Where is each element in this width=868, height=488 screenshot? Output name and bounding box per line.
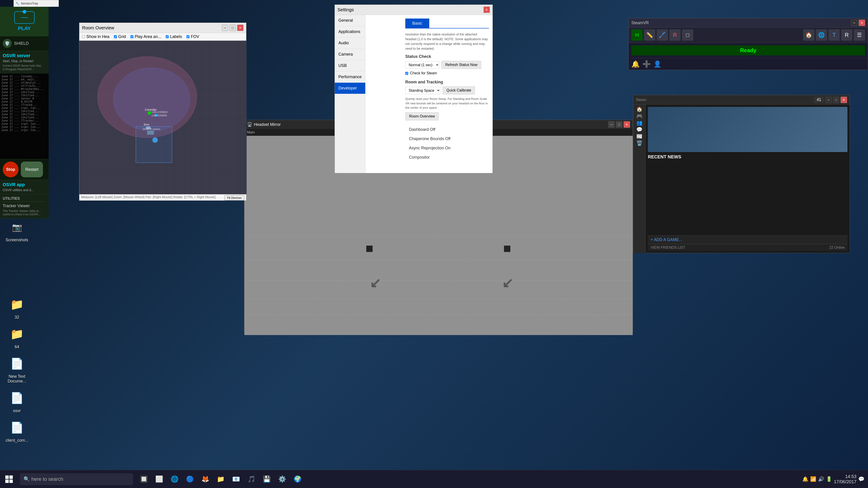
taskbar-cortana[interactable]: 🔲 — [136, 472, 151, 486]
taskbar-task-view[interactable]: ⬜ — [152, 472, 166, 486]
add-game-bar[interactable]: + ADD A GAME... — [648, 235, 847, 244]
chaperone-bounds-item[interactable]: Chaperone Bounds Off — [405, 134, 489, 143]
32-icon[interactable]: 📁 32 — [2, 294, 32, 322]
sidebar-icon-1[interactable]: 🏠 — [636, 106, 643, 112]
tray-icon-battery[interactable]: 🔋 — [826, 476, 832, 482]
settings-close-button[interactable]: ✕ — [484, 6, 490, 13]
status-check-row: Normal (1 sec) Refresh Status Now — [405, 61, 489, 69]
ready-badge: Ready — [631, 45, 865, 55]
steamvr-pen-icon[interactable]: 🖊️ — [657, 29, 668, 41]
stop-button[interactable]: Stop — [3, 162, 19, 177]
room-tracking-desc: Quickly reset your Room Setup. For Stand… — [405, 97, 489, 110]
tray-icon-2[interactable]: 📶 — [810, 476, 816, 482]
steamvr-globe-icon[interactable]: 🌐 — [816, 29, 827, 41]
sidebar-icon-4[interactable]: 💬 — [636, 127, 643, 133]
taskbar-app-2[interactable]: 🎵 — [244, 472, 258, 486]
settings-general[interactable]: General — [335, 15, 365, 26]
notification-icon[interactable]: 💬 — [858, 476, 864, 482]
sidebar-icon-5[interactable]: 📰 — [636, 133, 643, 139]
play-label[interactable]: PLAY — [18, 26, 31, 31]
taskbar-search-box[interactable]: 🔍 here to search — [20, 473, 133, 485]
maximize-button[interactable]: □ — [229, 25, 236, 31]
task-view-icon: ⬜ — [155, 475, 163, 483]
restart-button[interactable]: Restart — [21, 162, 43, 177]
play-area-checkbox[interactable]: Play Area an... — [130, 34, 161, 39]
taskbar-settings[interactable]: ⚙️ — [275, 472, 289, 486]
taskbar-app-1[interactable]: 📧 — [229, 472, 243, 486]
refresh-status-button[interactable]: Refresh Status Now — [441, 61, 481, 69]
hm-minimize[interactable]: ─ — [608, 121, 615, 128]
settings-camera[interactable]: Camera — [335, 49, 365, 60]
settings-audio[interactable]: Audio — [335, 37, 365, 49]
new-text-icon[interactable]: 📄 New Text Docume... — [2, 353, 32, 385]
steamvr-title-bar: SteamVR ─ ✕ — [629, 18, 868, 28]
sidebar-icon-trash[interactable]: 🗑️ — [636, 140, 643, 146]
taskbar-ie[interactable]: 🔵 — [183, 472, 197, 486]
osvr-app-desc: OSVR utilities and d... — [3, 188, 46, 192]
hm-maximize[interactable]: □ — [616, 121, 622, 128]
taskbar-app-3[interactable]: 💾 — [259, 472, 274, 486]
sidebar-icon-2[interactable]: 🎮 — [636, 113, 643, 119]
tray-icon-volume[interactable]: 🔊 — [818, 476, 824, 482]
steamvr-square-icon[interactable]: □ — [682, 29, 693, 41]
steam-badge: 41 — [814, 96, 824, 103]
close-button[interactable]: ✕ — [237, 25, 243, 31]
room-canvas[interactable]: Controller LHB-1C835E64 LHB-RON0060 Base… — [79, 41, 247, 194]
steam-close[interactable]: ✕ — [841, 97, 847, 103]
steamvr-minimize[interactable]: ─ — [851, 20, 857, 26]
labels-checkbox[interactable]: Labels — [166, 34, 182, 39]
screenshots-icon[interactable]: 📷 Screenshots — [2, 217, 32, 244]
steamvr-menu-icon[interactable]: ☰ — [854, 29, 865, 41]
compositor-item[interactable]: Compositor — [405, 153, 489, 162]
profile-icon[interactable]: 👤 — [653, 60, 661, 68]
steamvr-browser-home-icon[interactable]: 🏠 — [803, 29, 814, 41]
steamvr-text-icon[interactable]: T — [829, 29, 840, 41]
settings-applications[interactable]: Applications — [335, 26, 365, 37]
steamvr-edit-icon[interactable]: ✏️ — [644, 29, 655, 41]
log-line: June 17 ... [Unified... — [1, 91, 47, 94]
sidebar-icon-3[interactable]: 👥 — [636, 120, 643, 126]
taskbar-folder[interactable]: 📁 — [213, 472, 228, 486]
svg-text:OSVR IR camera: OSVR IR camera — [143, 128, 160, 130]
settings-performance[interactable]: Performance — [335, 71, 365, 83]
settings-developer[interactable]: Developer — [335, 83, 365, 94]
steam-minimize[interactable]: ─ — [825, 97, 832, 103]
svg-rect-35 — [9, 475, 13, 479]
settings-usb[interactable]: USB — [335, 60, 365, 71]
64-icon[interactable]: 📁 64 — [2, 323, 32, 351]
steamvr-close[interactable]: ✕ — [859, 20, 865, 26]
add-icon[interactable]: ➕ — [643, 60, 651, 68]
tab-basic[interactable]: Basic — [405, 19, 429, 28]
log-line: June 17 ... 0.93178 — [1, 100, 47, 103]
taskbar-browser[interactable]: 🌍 — [290, 472, 305, 486]
view-friends-label[interactable]: VIEW FRIENDS LIST — [651, 246, 685, 250]
grid-checkbox[interactable]: Grid — [114, 34, 126, 39]
standing-space-select[interactable]: Standing Space — [405, 87, 440, 94]
steamvr-r2-icon[interactable]: R — [841, 29, 852, 41]
bell-icon[interactable]: 🔔 — [631, 60, 640, 68]
taskbar-firefox[interactable]: 🦊 — [198, 472, 213, 486]
steam-maximize[interactable]: □ — [833, 97, 839, 103]
steamvr-home-icon[interactable]: H — [631, 29, 643, 41]
osvr-file-icon[interactable]: 📄 osvr — [2, 387, 32, 415]
start-button[interactable] — [0, 470, 18, 488]
taskbar-clock[interactable]: 14:53 17/06/2017 — [834, 474, 857, 484]
fit-devices-button[interactable]: Fit Devices — [224, 195, 244, 200]
room-overview-button[interactable]: Room Overview — [405, 112, 439, 121]
fov-checkbox[interactable]: FOV — [186, 34, 199, 39]
hm-close[interactable]: ✕ — [624, 121, 630, 128]
dashboard-off-item[interactable]: Dashboard Off — [405, 125, 489, 134]
quick-calibrate-button[interactable]: Quick Calibrate — [442, 86, 475, 94]
steamvr-r-icon[interactable]: R — [669, 29, 681, 41]
minimize-button[interactable]: ─ — [222, 25, 228, 31]
tray-icon-1[interactable]: 🔔 — [802, 476, 808, 482]
osvr-app-title: OSVR app — [3, 182, 46, 187]
status-interval-select[interactable]: Normal (1 sec) — [405, 61, 439, 69]
async-reprojection-item[interactable]: Async Reprojection On — [405, 143, 489, 153]
new-text-label: New Text Docume... — [4, 374, 30, 384]
check-steam-checkbox[interactable] — [405, 72, 408, 75]
client-com-icon[interactable]: 📄 client_com... — [2, 417, 32, 445]
taskbar-edge[interactable]: 🌐 — [167, 472, 182, 486]
show-in-headset-checkbox[interactable]: Show in Hea — [82, 34, 110, 39]
steamvr-title-text: SteamVR — [631, 21, 649, 25]
